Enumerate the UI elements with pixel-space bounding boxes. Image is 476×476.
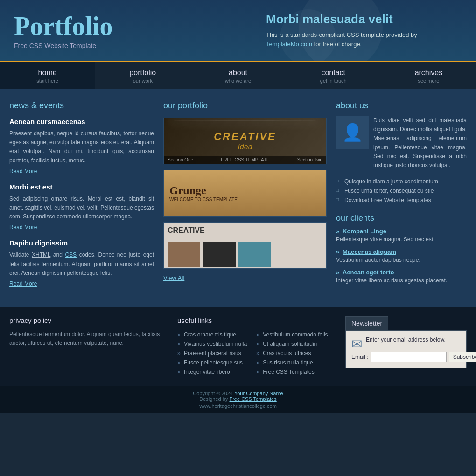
view-all-link[interactable]: View All	[163, 274, 327, 281]
client-link-1[interactable]: Kompani Linge	[336, 228, 467, 235]
creative-label: CREATIVE	[214, 131, 276, 143]
privacy-text: Pellentesque fermentum dolor. Aliquam qu…	[9, 330, 168, 348]
footer-links-col1: Cras ornare tris tique Vivamus vestibulu…	[177, 330, 247, 377]
footer-link-8[interactable]: Cras iaculis ultrices	[256, 349, 328, 358]
footer-link-6[interactable]: Vestibulum commodo felis	[256, 330, 328, 339]
portfolio-item-2[interactable]: Grunge WELCOME TO CSS TEMPLATE	[163, 170, 327, 217]
client-desc-3: Integer vitae libero ac risus egestas pl…	[336, 277, 467, 284]
about-text: Duis vitae velit sed dui malesuada digni…	[373, 116, 467, 170]
useful-links-title: useful links	[177, 316, 336, 324]
news-text-3: Validate XHTML and CSS codes. Donec nec …	[9, 251, 154, 278]
news-item-3: Dapibu dignissim Validate XHTML and CSS …	[9, 239, 154, 295]
nav-archives[interactable]: archives see more	[381, 62, 476, 89]
nav-home[interactable]: home start here	[0, 62, 95, 89]
grunge-title: Grunge	[169, 184, 321, 197]
client-item-3: Aenean eget torto Integer vitae libero a…	[336, 269, 467, 284]
mail-icon: ✉	[351, 336, 362, 352]
newsletter-box: Newsletter ✉ Enter your email address be…	[345, 316, 467, 377]
person-icon: 👤	[342, 123, 363, 142]
bullet-3: Download Free Website Templates	[336, 196, 467, 205]
templatemo-link[interactable]: TemplateMo.com	[266, 41, 312, 48]
subscribe-button[interactable]: Subscribe	[449, 352, 476, 362]
main-content: news & events Aenean cursmaecenas Praese…	[0, 89, 476, 307]
hero-text: This is a standards-compliant CSS templa…	[266, 30, 462, 49]
read-more-1[interactable]: Read More	[9, 168, 37, 175]
footer-link-2[interactable]: Vivamus vestibulum nulla	[177, 339, 247, 349]
privacy-title: privacy policy	[9, 316, 168, 324]
footer-link-1[interactable]: Cras ornare tris tique	[177, 330, 247, 339]
company-name-link[interactable]: Your Company Name	[234, 391, 283, 396]
footer-link-4[interactable]: Fusce pellentesque sus	[177, 358, 247, 367]
news-text-1: Praesent dapibus, neque id cursus faucib…	[9, 129, 154, 165]
portfolio-bottom-bar-1: Section One FREE CSS TEMPLATE Section Tw…	[164, 156, 326, 164]
navigation: home start here portfolio our work about…	[0, 61, 476, 89]
footer-link-9[interactable]: Sus risus nulla tique	[256, 358, 328, 367]
news-section-title: news & events	[9, 101, 154, 111]
nav-about[interactable]: about who we are	[190, 62, 286, 89]
footer-privacy: privacy policy Pellentesque fermentum do…	[9, 316, 168, 377]
site-subtitle: Free CSS Website Template	[14, 42, 112, 49]
footer-link-5[interactable]: Integer vitae libero	[177, 367, 247, 377]
about-bullet-list: Quisque in diam a justo condimentum Fusc…	[336, 177, 467, 205]
client-desc-1: Pellentesque vitae magna. Sed nec est.	[336, 236, 467, 243]
footer: privacy policy Pellentesque fermentum do…	[0, 307, 476, 386]
news-title-2: Morbi est est	[9, 183, 154, 191]
header: Portfolio Free CSS Website Template Morb…	[0, 0, 476, 61]
about-section-title: about us	[336, 101, 467, 111]
news-text-2: Sed adipiscing ornare risus. Morbi est e…	[9, 195, 154, 222]
newsletter-desc: Enter your email address below.	[366, 336, 461, 343]
header-right: Morbi malesuada velit This is a standard…	[266, 12, 462, 49]
client-desc-2: Vestibulum auctor dapibus neque.	[336, 257, 467, 263]
client-link-2[interactable]: Maecenas aliquam	[336, 248, 467, 255]
news-item-1: Aenean cursmaecenas Praesent dapibus, ne…	[9, 118, 154, 183]
creative2-header: CREATIVE	[168, 226, 322, 235]
site-title: Portfolio	[14, 11, 112, 41]
newsletter-title: Newsletter	[345, 316, 388, 330]
nav-contact[interactable]: contact get in touch	[286, 62, 381, 89]
read-more-3[interactable]: Read More	[9, 280, 37, 287]
footer-link-7[interactable]: Ut aliquam sollicitudin	[256, 339, 328, 349]
email-row: Email : Subscribe	[351, 352, 461, 362]
portfolio-item-3[interactable]: CREATIVE	[163, 222, 327, 269]
about-column: about us 👤 Duis vitae velit sed dui male…	[336, 101, 467, 295]
grunge-subtitle: WELCOME TO CSS TEMPLATE	[169, 197, 321, 202]
bullet-2: Fusce urna tortor, consequat eu stie	[336, 186, 467, 196]
footer-links-col2: Vestibulum commodo felis Ut aliquam soll…	[256, 330, 328, 377]
about-us-content: 👤 Duis vitae velit sed dui malesuada dig…	[336, 116, 467, 170]
website-url: www.heritagechristiancollege.com	[5, 403, 471, 409]
client-item-1: Kompani Linge Pellentesque vitae magna. …	[336, 228, 467, 243]
email-label: Email :	[351, 354, 369, 360]
client-link-3[interactable]: Aenean eget torto	[336, 269, 467, 276]
news-column: news & events Aenean cursmaecenas Praese…	[9, 101, 154, 295]
footer-links: Cras ornare tris tique Vivamus vestibulu…	[177, 330, 336, 377]
portfolio-item-1[interactable]: CREATIVE Idea Section One FREE CSS TEMPL…	[163, 118, 327, 164]
designer-link[interactable]: Free CSS Templates	[229, 396, 276, 402]
read-more-2[interactable]: Read More	[9, 224, 37, 231]
footer-links-col: useful links Cras ornare tris tique Viva…	[177, 316, 336, 377]
portfolio-section-title: our portfolio	[163, 101, 327, 111]
nav-portfolio[interactable]: portfolio our work	[95, 62, 190, 89]
copyright-bar: Copyright © 2024 Your Company Name Desig…	[0, 386, 476, 413]
news-title-1: Aenean cursmaecenas	[9, 118, 154, 126]
clients-section-title: our clients	[336, 213, 467, 223]
newsletter-inner: ✉ Enter your email address below. Email …	[345, 330, 467, 368]
portfolio-column: our portfolio CREATIVE Idea Section One …	[163, 101, 327, 295]
header-left: Portfolio Free CSS Website Template	[14, 11, 112, 49]
copyright-text: Copyright © 2024	[193, 391, 233, 396]
footer-link-3[interactable]: Praesent placerat risus	[177, 349, 247, 358]
client-item-2: Maecenas aliquam Vestibulum auctor dapib…	[336, 248, 467, 263]
email-input[interactable]	[371, 352, 447, 362]
our-clients: our clients Kompani Linge Pellentesque v…	[336, 213, 467, 284]
news-title-3: Dapibu dignissim	[9, 239, 154, 247]
idea-label: Idea	[214, 143, 276, 151]
avatar: 👤	[336, 116, 369, 149]
footer-link-10[interactable]: Free CSS Templates	[256, 367, 328, 377]
news-item-2: Morbi est est Sed adipiscing ornare risu…	[9, 183, 154, 239]
hero-title: Morbi malesuada velit	[266, 12, 462, 27]
bullet-1: Quisque in diam a justo condimentum	[336, 177, 467, 186]
designed-by-text: Designed by	[199, 396, 228, 402]
